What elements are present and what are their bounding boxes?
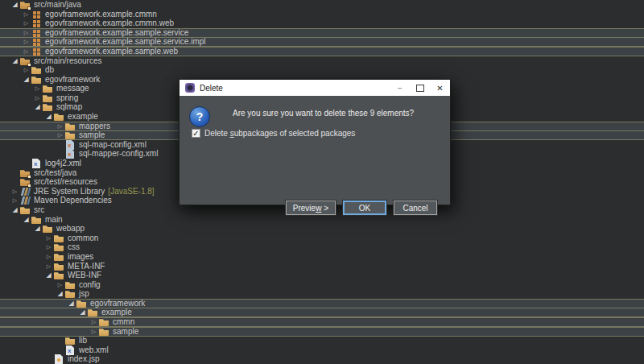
xml-file-icon xyxy=(31,159,42,168)
collapsed-arrow-icon[interactable]: ▷ xyxy=(21,37,31,47)
tree-row[interactable]: ◢ webapp xyxy=(0,224,644,234)
expanded-arrow-icon[interactable]: ◢ xyxy=(32,102,43,112)
dialog-message: Are you sure you want to delete these 9 … xyxy=(233,109,440,118)
src-folder-icon xyxy=(20,0,31,10)
tree-node-label: Maven Dependencies xyxy=(34,196,112,205)
tree-node-label: css xyxy=(68,242,80,252)
tree-row[interactable]: ▷ images xyxy=(0,252,644,262)
tree-node-label: egovframework.example.sample.service.imp… xyxy=(45,37,206,47)
folder-icon xyxy=(65,336,76,345)
tree-node-label: src/test/resources xyxy=(34,177,97,187)
tree-node-label: src xyxy=(34,205,44,215)
collapsed-arrow-icon[interactable]: ▷ xyxy=(43,242,54,252)
expanded-arrow-icon[interactable]: ◢ xyxy=(32,224,43,234)
tree-node-label: egovframework.example.sample.web xyxy=(45,47,178,56)
tree-node-label: webapp xyxy=(56,224,85,234)
expanded-arrow-icon[interactable]: ◢ xyxy=(10,205,20,215)
tree-node-label: jsp xyxy=(79,289,89,299)
tree-node-label: WEB-INF xyxy=(68,271,101,280)
tree-node-label: example xyxy=(68,112,98,122)
tree-node-label: log4j2.xml xyxy=(45,159,81,168)
ok-button[interactable]: OK xyxy=(343,201,386,215)
tree-node-label: sample xyxy=(79,130,105,140)
collapsed-arrow-icon[interactable]: ▷ xyxy=(55,130,65,140)
src-folder-icon xyxy=(20,177,31,187)
tree-row[interactable]: ◢ example xyxy=(0,308,644,317)
tree-row[interactable]: ▷ egovframework.example.cmmn.web xyxy=(0,19,644,28)
question-icon: ? xyxy=(189,106,210,127)
delete-subpackages-checkbox[interactable]: ✓ Delete subpackages of selected package… xyxy=(192,129,355,138)
checkbox-check-icon[interactable]: ✓ xyxy=(192,129,200,138)
tree-row[interactable]: ▷ egovframework.example.sample.web xyxy=(0,47,644,56)
tree-row[interactable]: lib xyxy=(0,336,644,345)
folder-icon xyxy=(88,308,98,317)
folder-icon xyxy=(43,102,53,112)
collapsed-arrow-icon[interactable]: ▷ xyxy=(21,19,31,28)
folder-icon xyxy=(43,224,53,234)
dialog-title: Delete xyxy=(200,84,390,93)
folder-icon xyxy=(54,252,64,262)
collapsed-arrow-icon[interactable]: ▷ xyxy=(32,84,43,93)
package-icon xyxy=(31,19,42,28)
tree-node-label: egovframework.example.cmmn.web xyxy=(45,19,174,28)
folder-icon xyxy=(31,65,42,75)
expanded-arrow-icon[interactable]: ◢ xyxy=(10,0,20,10)
folder-icon xyxy=(43,84,53,93)
tree-row[interactable]: ▷ css xyxy=(0,242,644,252)
package-icon xyxy=(31,37,42,47)
tree-node-label: example xyxy=(101,308,132,317)
tree-node-label: index.jsp xyxy=(68,354,99,364)
close-icon[interactable]: ✕ xyxy=(430,80,450,96)
package-icon xyxy=(31,47,42,56)
expanded-arrow-icon[interactable]: ◢ xyxy=(43,271,54,280)
collapsed-arrow-icon[interactable]: ▷ xyxy=(10,196,20,205)
tree-node-label: sql-mapper-config.xml xyxy=(79,149,158,159)
tree-row[interactable]: ▷ db xyxy=(0,65,644,75)
expanded-arrow-icon[interactable]: ◢ xyxy=(77,308,88,317)
tree-row[interactable]: ◢ jsp xyxy=(0,289,644,299)
jsp-file-icon xyxy=(54,354,64,364)
tree-node-label: images xyxy=(68,252,93,262)
folder-icon xyxy=(54,242,64,252)
folder-icon xyxy=(99,317,109,327)
tree-node-label: sqlmap xyxy=(56,102,82,112)
checkbox-label: Delete subpackages of selected packages xyxy=(204,129,355,138)
dialog-button-row: Preview > OK Cancel xyxy=(286,201,437,215)
collapsed-arrow-icon[interactable]: ▷ xyxy=(21,47,31,56)
folder-icon xyxy=(54,271,64,280)
folder-icon xyxy=(54,112,64,122)
folder-icon xyxy=(65,289,76,299)
collapsed-arrow-icon[interactable]: ▷ xyxy=(89,317,99,327)
tree-row[interactable]: ◢ src/main/java xyxy=(0,0,644,10)
xml-config-icon xyxy=(65,149,76,159)
collapsed-arrow-icon[interactable]: ▷ xyxy=(43,252,54,262)
tree-node-label: cmmn xyxy=(113,317,134,327)
folder-icon xyxy=(65,130,76,140)
delete-refactor-icon xyxy=(185,83,195,93)
tree-node-label: db xyxy=(45,65,54,75)
library-icon xyxy=(20,196,31,205)
maximize-icon[interactable] xyxy=(410,80,430,96)
tree-row[interactable]: ▷ egovframework.example.sample.service.i… xyxy=(0,37,644,47)
eclipse-package-explorer: ◢ src/main/java ▷ egovframework.example.… xyxy=(0,0,644,364)
delete-dialog: Delete – ✕ ? Are you sure you want to de… xyxy=(179,79,451,205)
tree-row[interactable]: ▷ cmmn xyxy=(0,317,644,327)
tree-node-label: lib xyxy=(79,336,87,345)
dialog-titlebar[interactable]: Delete – ✕ xyxy=(180,80,450,96)
tree-row[interactable]: ◢ WEB-INF xyxy=(0,271,644,280)
expanded-arrow-icon[interactable]: ◢ xyxy=(43,112,54,122)
tree-node-label: src/main/java xyxy=(34,0,81,10)
tree-node-label: message xyxy=(56,84,89,93)
folder-icon xyxy=(20,205,31,215)
collapsed-arrow-icon[interactable]: ▷ xyxy=(21,65,31,75)
expanded-arrow-icon[interactable]: ◢ xyxy=(55,289,65,299)
preview-button[interactable]: Preview > xyxy=(286,201,336,215)
minimize-icon: – xyxy=(390,80,410,96)
cancel-button[interactable]: Cancel xyxy=(394,201,437,215)
tree-row[interactable]: index.jsp xyxy=(0,354,644,364)
dialog-body: ? Are you sure you want to delete these … xyxy=(180,96,450,205)
